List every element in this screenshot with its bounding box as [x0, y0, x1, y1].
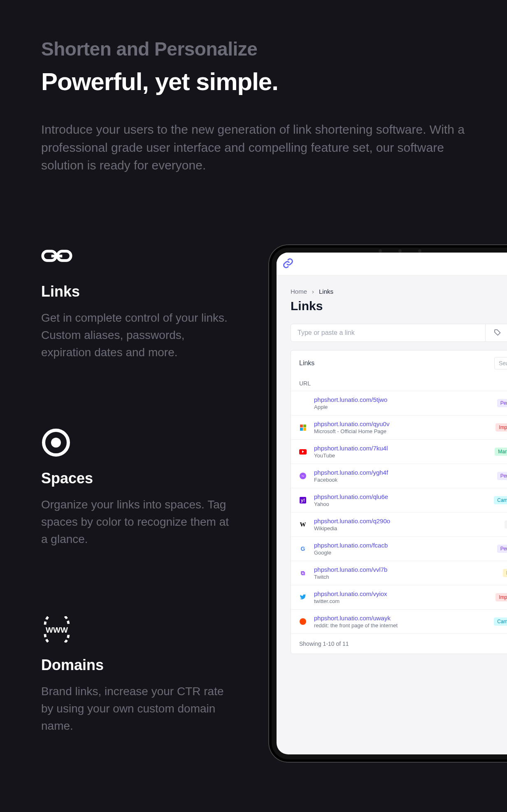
short-url[interactable]: phpshort.lunatio.com/fcacb — [314, 542, 497, 549]
logo-icon — [282, 258, 294, 271]
space-badge[interactable]: Personal — [497, 472, 507, 480]
short-url[interactable]: phpshort.lunatio.com/uwayk — [314, 615, 494, 622]
feature-links: Links Get in complete control of your li… — [41, 240, 235, 361]
hero-headline: Powerful, yet simple. — [41, 67, 507, 96]
feature-desc: Get in complete control of your links. C… — [41, 309, 235, 361]
table-row[interactable]: phpshort.lunatio.com/7ku4lYouTubeMarketi… — [291, 439, 507, 464]
favicon-icon: y! — [299, 496, 307, 504]
feature-spaces: Spaces Organize your links into spaces. … — [41, 427, 235, 548]
breadcrumb: Home › Links — [291, 288, 507, 295]
search-input[interactable]: Search — [494, 357, 507, 369]
table-row[interactable]: ~phpshort.lunatio.com/ygh4fFacebookPerso… — [291, 464, 507, 488]
feature-desc: Brand links, increase your CTR rate by u… — [41, 683, 235, 735]
url-title: Google — [314, 550, 497, 556]
url-title: YouTube — [314, 452, 495, 459]
space-badge[interactable]: Personal — [497, 399, 507, 407]
table-row[interactable]: Gphpshort.lunatio.com/fcacbGooglePersona… — [291, 536, 507, 561]
url-title: Microsoft - Official Home Page — [314, 428, 495, 434]
short-url[interactable]: phpshort.lunatio.com/7ku4l — [314, 445, 495, 452]
url-title: Facebook — [314, 477, 497, 483]
svg-text:WWW: WWW — [46, 625, 68, 634]
short-url[interactable]: phpshort.lunatio.com/qlu6e — [314, 493, 494, 500]
feature-desc: Organize your links into spaces. Tag spa… — [41, 496, 235, 548]
breadcrumb-current: Links — [319, 288, 333, 295]
short-url[interactable]: phpshort.lunatio.com/qyu0v — [314, 420, 495, 427]
space-badge[interactable]: Important — [495, 423, 507, 432]
target-icon — [41, 427, 72, 458]
url-title: Apple — [314, 404, 497, 410]
short-url[interactable]: phpshort.lunatio.com/5tjwo — [314, 396, 497, 403]
link-icon — [41, 240, 72, 271]
space-badge[interactable]: Public — [503, 569, 507, 577]
feature-title: Domains — [41, 657, 235, 674]
table-row[interactable]: Wphpshort.lunatio.com/q290oWikipediaNone — [291, 512, 507, 536]
short-url[interactable]: phpshort.lunatio.com/ygh4f — [314, 469, 497, 476]
feature-title: Spaces — [41, 470, 235, 487]
link-input[interactable]: Type or paste a link — [291, 324, 486, 342]
favicon-icon — [299, 448, 307, 455]
page-title: Links — [291, 299, 507, 313]
space-badge[interactable]: None — [505, 520, 507, 529]
app-topbar — [277, 253, 507, 276]
table-row[interactable]: phpshort.lunatio.com/qyu0vMicrosoft - Of… — [291, 415, 507, 439]
space-badge[interactable]: Marketing — [495, 448, 507, 456]
svg-rect-2 — [51, 255, 63, 258]
hero-eyebrow: Shorten and Personalize — [41, 38, 507, 60]
col-url: URL — [299, 380, 507, 387]
short-url[interactable]: phpshort.lunatio.com/vvl7b — [314, 566, 503, 573]
feature-domains: WWW Domains Brand links, increase your C… — [41, 614, 235, 735]
url-title: twitter.com — [314, 598, 495, 604]
table-row[interactable]: phpshort.lunatio.com/5tjwoApplePersonal — [291, 391, 507, 415]
short-url[interactable]: phpshort.lunatio.com/vyiox — [314, 590, 495, 597]
table-footer: Showing 1-10 of 11 — [291, 633, 507, 654]
tablet-mockup: Home › Links Links Type or paste a link … — [268, 244, 507, 763]
card-title: Links — [299, 360, 314, 367]
url-title: Yahoo — [314, 501, 494, 507]
short-url[interactable]: phpshort.lunatio.com/q290o — [314, 517, 505, 524]
favicon-icon — [299, 424, 307, 431]
chevron-right-icon: › — [312, 288, 314, 295]
favicon-icon — [299, 618, 307, 625]
table-row[interactable]: y!phpshort.lunatio.com/qlu6eYahooCampaig… — [291, 488, 507, 512]
url-title: Twitch — [314, 574, 503, 580]
breadcrumb-home[interactable]: Home — [291, 288, 307, 295]
favicon-icon — [299, 594, 307, 601]
hero-intro: Introduce your users to the new generati… — [41, 121, 473, 174]
favicon-icon — [299, 399, 307, 407]
links-table: Links Search URL Space phpshort.lunatio.… — [291, 350, 507, 654]
www-icon: WWW — [41, 614, 72, 645]
svg-point-4 — [51, 438, 61, 448]
favicon-icon: G — [299, 545, 307, 552]
url-title: Wikipedia — [314, 525, 505, 531]
tag-button[interactable] — [486, 324, 507, 342]
url-title: reddit: the front page of the internet — [314, 622, 494, 629]
space-badge[interactable]: Campaign — [494, 496, 507, 504]
favicon-icon: ⧉ — [299, 569, 307, 577]
space-badge[interactable]: Important — [495, 593, 507, 601]
space-badge[interactable]: Campaign — [494, 617, 507, 626]
favicon-icon: W — [299, 521, 307, 528]
space-badge[interactable]: Personal — [497, 545, 507, 553]
table-row[interactable]: phpshort.lunatio.com/uwaykreddit: the fr… — [291, 609, 507, 633]
table-row[interactable]: ⧉phpshort.lunatio.com/vvl7bTwitchPublic — [291, 561, 507, 585]
table-row[interactable]: phpshort.lunatio.com/vyioxtwitter.comImp… — [291, 585, 507, 609]
favicon-icon: ~ — [299, 472, 307, 480]
feature-title: Links — [41, 283, 235, 300]
